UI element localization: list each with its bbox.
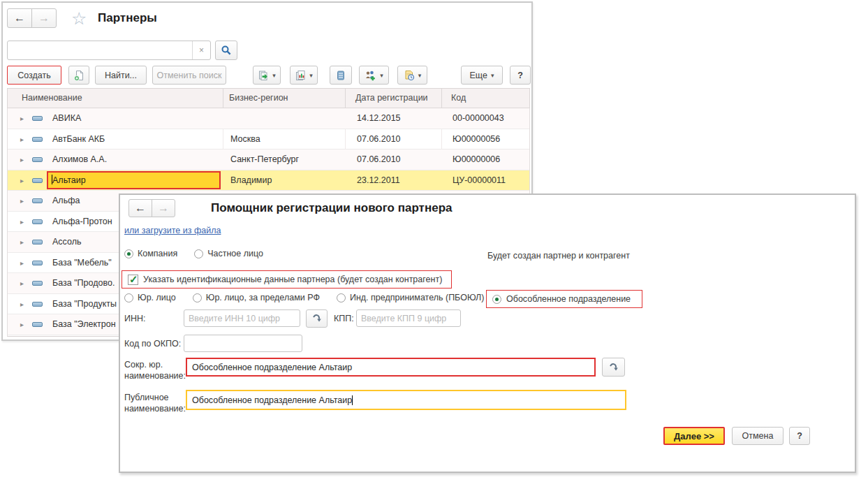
document-clock-icon <box>404 70 415 81</box>
cancel-search-button[interactable]: Отменить поиск <box>152 66 226 85</box>
cell-date[interactable]: 14.12.2015 <box>357 108 401 129</box>
fill-public-name-button[interactable] <box>602 358 625 377</box>
cell-name[interactable]: База "Продукты <box>52 294 117 314</box>
forward-button[interactable]: → <box>152 199 175 217</box>
partner-type-radios: Компания Частное лицо <box>124 249 263 258</box>
cell-date[interactable]: 07.06.2010 <box>357 129 401 149</box>
radio-company[interactable] <box>124 249 133 258</box>
okpo-label: Код по ОКПО: <box>124 339 181 349</box>
expand-arrow-icon[interactable]: ▸ <box>20 129 24 149</box>
expand-arrow-icon[interactable]: ▸ <box>20 149 24 170</box>
search-icon <box>221 45 232 56</box>
identify-data-checkbox[interactable] <box>128 275 138 285</box>
forward-button[interactable]: → <box>31 8 57 28</box>
cell-code[interactable]: Ю00000056 <box>453 129 500 149</box>
history-nav: ← → <box>7 8 57 28</box>
table-row[interactable]: ▸ Алхимов А.А. Санкт-Петербург 07.06.201… <box>8 149 529 170</box>
partner-item-icon <box>32 302 43 307</box>
expand-arrow-icon[interactable]: ▸ <box>20 108 24 129</box>
reports-button[interactable]: ▾ <box>290 66 318 85</box>
back-icon: ← <box>135 202 146 214</box>
radio-separate-division[interactable] <box>492 295 501 304</box>
cell-name[interactable]: База "Электрон <box>52 314 116 335</box>
kpp-input[interactable] <box>356 309 461 327</box>
clear-search-icon[interactable]: × <box>192 41 210 59</box>
column-header-date[interactable]: Дата регистрации <box>355 89 428 108</box>
expand-arrow-icon[interactable]: ▸ <box>20 294 24 314</box>
cell-name[interactable]: База "Мебель" <box>52 253 112 273</box>
expand-arrow-icon[interactable]: ▸ <box>20 253 24 273</box>
create-new-item-button[interactable] <box>68 66 89 85</box>
dropdown-arrow-icon: ▾ <box>491 72 494 79</box>
column-header-name[interactable]: Наименование <box>22 89 82 108</box>
forward-icon: → <box>158 202 169 214</box>
expand-arrow-icon[interactable]: ▸ <box>20 170 24 191</box>
create-based-on-button[interactable]: ▾ <box>359 66 389 85</box>
export-list-icon <box>258 70 269 81</box>
cell-name[interactable]: АВИКА <box>52 108 81 129</box>
selected-name-cell[interactable]: Альтаир <box>47 171 221 189</box>
column-divider <box>223 89 223 108</box>
public-name-input[interactable]: Обособленное подразделение Альтаир <box>186 390 626 410</box>
more-button-label: Еще <box>470 71 487 80</box>
more-button[interactable]: Еще ▾ <box>461 66 503 85</box>
load-from-file-link[interactable]: или загрузите из файла <box>124 226 221 235</box>
radio-individual[interactable] <box>194 249 203 258</box>
fill-by-inn-button[interactable] <box>306 309 328 328</box>
history-button[interactable]: ▾ <box>397 66 427 85</box>
cell-name[interactable]: База "Продово. <box>52 273 115 293</box>
create-button[interactable]: Создать <box>7 66 61 85</box>
table-row-selected[interactable]: ▸ Альтаир Владимир 23.12.2011 ЦУ-0000001… <box>8 170 529 191</box>
output-list-button[interactable]: ▾ <box>253 66 281 85</box>
list-view-button[interactable] <box>330 66 352 85</box>
forward-icon: → <box>38 12 50 24</box>
cell-name[interactable]: Альфа <box>52 191 80 211</box>
inn-input[interactable] <box>184 309 300 327</box>
find-button-label: Найти... <box>105 71 137 80</box>
expand-arrow-icon[interactable]: ▸ <box>20 232 24 252</box>
expand-arrow-icon[interactable]: ▸ <box>20 212 24 232</box>
back-button[interactable]: ← <box>128 199 152 217</box>
table-row[interactable]: ▸ АвтБанк АКБ Москва 07.06.2010 Ю0000005… <box>8 129 529 150</box>
expand-arrow-icon[interactable]: ▸ <box>20 314 24 335</box>
cell-code[interactable]: ЦУ-00000011 <box>453 170 506 191</box>
cell-name[interactable]: Альфа-Протон <box>52 212 112 232</box>
back-button[interactable]: ← <box>7 8 32 28</box>
search-button[interactable] <box>215 41 237 60</box>
column-header-region[interactable]: Бизнес-регион <box>229 89 288 108</box>
expand-arrow-icon[interactable]: ▸ <box>20 191 24 211</box>
cell-name[interactable]: АвтБанк АКБ <box>52 129 105 149</box>
wizard-help-button[interactable]: ? <box>789 427 810 445</box>
radio-entrepreneur-label: Инд. предприниматель (ПБОЮЛ) <box>350 293 484 302</box>
expand-arrow-icon[interactable]: ▸ <box>20 273 24 293</box>
partner-item-icon <box>32 219 43 224</box>
cell-name[interactable]: Алхимов А.А. <box>52 149 107 170</box>
help-button[interactable]: ? <box>510 66 531 85</box>
table-row[interactable]: ▸ АВИКА 14.12.2015 00-00000043 <box>8 108 529 129</box>
radio-legal-entity[interactable] <box>124 293 133 302</box>
cell-region[interactable]: Владимир <box>230 170 272 191</box>
cell-region[interactable]: Санкт-Петербург <box>230 149 299 170</box>
cell-date[interactable]: 07.06.2010 <box>357 149 401 170</box>
partner-item-icon <box>32 157 43 162</box>
radio-legal-foreign[interactable] <box>193 293 202 302</box>
short-name-input[interactable]: Обособленное подразделение Альтаир <box>186 358 596 377</box>
cell-code[interactable]: Ю00000006 <box>453 149 500 170</box>
favorite-star-icon[interactable]: ☆ <box>71 10 87 27</box>
okpo-input[interactable] <box>184 335 302 352</box>
cell-name[interactable]: Ассоль <box>52 232 81 252</box>
partner-item-icon <box>32 281 43 286</box>
radio-entrepreneur[interactable] <box>337 293 346 302</box>
cell-region[interactable]: Москва <box>230 129 260 149</box>
fill-arrow-icon <box>608 362 619 373</box>
text-caret <box>352 395 353 405</box>
column-header-code[interactable]: Код <box>451 89 466 108</box>
find-button[interactable]: Найти... <box>95 66 147 85</box>
partner-item-icon <box>32 261 43 265</box>
next-button[interactable]: Далее >> <box>663 427 725 445</box>
cell-date[interactable]: 23.12.2011 <box>357 170 400 191</box>
cancel-button[interactable]: Отмена <box>732 427 784 445</box>
cancel-search-label: Отменить поиск <box>157 71 222 80</box>
cell-code[interactable]: 00-00000043 <box>453 108 504 129</box>
search-input[interactable] <box>8 41 192 59</box>
